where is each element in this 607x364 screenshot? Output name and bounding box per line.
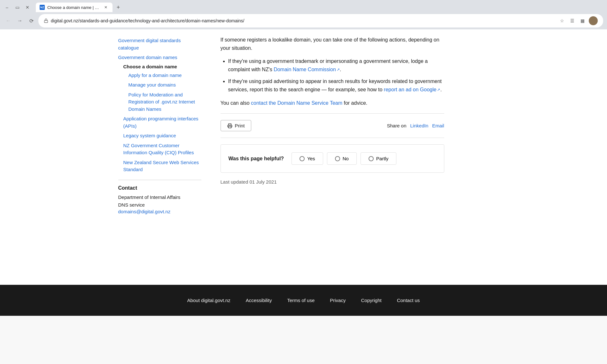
closing-paragraph: You can also contact the Domain Name Ser… xyxy=(221,99,444,107)
tab-bar: – ▭ ✕ NZ Choose a domain name | NZ D... … xyxy=(0,0,607,12)
sidebar-link-apis[interactable]: Application programming interfaces (APIs… xyxy=(123,114,201,131)
action-item-1: If they're using a government trademark … xyxy=(228,57,444,73)
feedback-box: Was this page helpful? Yes No Partly xyxy=(221,144,444,173)
sidebar-link-nzws[interactable]: New Zealand Secure Web Services Standard xyxy=(123,158,201,175)
feedback-yes-label: Yes xyxy=(307,156,315,161)
action-list: If they're using a government trademark … xyxy=(221,57,444,94)
browser-chrome: – ▭ ✕ NZ Choose a domain name | NZ D... … xyxy=(0,0,607,29)
sidebar-link-apply[interactable]: Apply for a domain name xyxy=(128,71,201,80)
intro-paragraph: If someone registers a lookalike domain,… xyxy=(221,36,444,52)
report-ad-link[interactable]: report an ad on Google↗ xyxy=(384,87,440,92)
window-minimize-btn[interactable]: – xyxy=(3,3,12,12)
back-btn[interactable]: ← xyxy=(4,16,13,25)
domain-commission-link[interactable]: Domain Name Commission↗ xyxy=(274,67,340,72)
share-label: Share on xyxy=(387,123,406,128)
sidebar-sub-sub: Apply for a domain name Manage your doma… xyxy=(123,71,201,114)
svg-rect-1 xyxy=(229,126,231,128)
footer-copyright-link[interactable]: Copyright xyxy=(361,298,381,303)
tab-close-btn[interactable]: ✕ xyxy=(103,4,109,10)
reload-btn[interactable]: ⟳ xyxy=(27,16,36,25)
footer-privacy-link[interactable]: Privacy xyxy=(330,298,346,303)
radio-no-icon xyxy=(335,156,340,161)
svg-rect-0 xyxy=(44,20,48,22)
url-bar[interactable]: digital.govt.nz/standards-and-guidance/t… xyxy=(38,14,603,27)
feedback-options: Yes No Partly xyxy=(292,152,396,165)
sidebar-contact-dept: DNS service xyxy=(118,201,201,209)
new-tab-btn[interactable]: + xyxy=(114,3,123,12)
bullet2-suffix: . xyxy=(440,87,441,92)
feedback-no-label: No xyxy=(343,156,349,161)
radio-yes-icon xyxy=(300,156,305,161)
sidebar-contact-title: Contact xyxy=(118,185,201,191)
feedback-question: Was this page helpful? xyxy=(229,156,284,162)
url-text: digital.govt.nz/standards-and-guidance/t… xyxy=(51,18,556,23)
lock-icon xyxy=(44,19,48,23)
external-link-icon-1: ↗ xyxy=(337,67,340,73)
sidebar: Government digital standards catalogue G… xyxy=(118,29,208,221)
sidebar-contact-email[interactable]: domains@digital.govt.nz xyxy=(118,209,171,214)
email-share-link[interactable]: Email xyxy=(432,123,444,128)
last-updated: Last updated 01 July 2021 xyxy=(221,179,444,185)
footer-links: About digital.govt.nz Accessibility Term… xyxy=(6,298,601,303)
footer-terms-link[interactable]: Terms of use xyxy=(287,298,315,303)
footer-about-link[interactable]: About digital.govt.nz xyxy=(187,298,230,303)
sidebar-divider xyxy=(118,180,201,180)
sidebar-link-policy[interactable]: Policy for Moderation and Registration o… xyxy=(128,90,201,114)
sidebar-link-digital-standards[interactable]: Government digital standards catalogue xyxy=(118,36,201,53)
sidebar-link-ciq[interactable]: NZ Government Customer Information Quali… xyxy=(123,141,201,158)
print-icon xyxy=(227,123,232,128)
bookmark-btn[interactable]: ☆ xyxy=(558,17,566,25)
forward-btn[interactable]: → xyxy=(15,16,24,25)
action-bar: Print Share on LinkedIn Email xyxy=(221,113,444,138)
page-wrapper: Government digital standards catalogue G… xyxy=(0,29,607,285)
window-close-btn[interactable]: ✕ xyxy=(23,3,32,12)
address-bar: ← → ⟳ digital.govt.nz/standards-and-guid… xyxy=(0,12,607,29)
main-content: If someone registers a lookalike domain,… xyxy=(208,29,451,221)
print-label: Print xyxy=(235,123,245,128)
linkedin-share-link[interactable]: LinkedIn xyxy=(410,123,428,128)
window-restore-btn[interactable]: ▭ xyxy=(13,3,22,12)
sidebar-link-domain-names[interactable]: Government domain names xyxy=(118,53,201,63)
sidebar-sub-nav: Choose a domain name Apply for a domain … xyxy=(118,63,201,175)
extensions-btn[interactable]: ☰ xyxy=(568,17,576,25)
radio-partly-icon xyxy=(369,156,374,161)
feedback-partly-btn[interactable]: Partly xyxy=(361,152,396,165)
layout: Government digital standards catalogue G… xyxy=(112,29,495,221)
tab-controls: – ▭ ✕ xyxy=(3,3,32,12)
bullet1-suffix: . xyxy=(340,67,341,72)
feedback-yes-btn[interactable]: Yes xyxy=(292,152,323,165)
tab-favicon: NZ xyxy=(40,5,45,10)
profile-avatar[interactable] xyxy=(589,16,598,25)
url-icons: ☆ ☰ ▦ xyxy=(558,16,598,25)
footer-accessibility-link[interactable]: Accessibility xyxy=(246,298,272,303)
external-link-icon-2: ↗ xyxy=(437,87,440,93)
contact-dns-link[interactable]: contact the Domain Name Service Team xyxy=(251,100,342,106)
feedback-no-btn[interactable]: No xyxy=(327,152,357,165)
sidebar-contact: Contact Department of Internal Affairs D… xyxy=(118,185,201,215)
action-item-2: If they're using paid advertising to app… xyxy=(228,77,444,94)
tab-title: Choose a domain name | NZ D... xyxy=(47,5,100,10)
sidebar-contact-org: Department of Internal Affairs xyxy=(118,193,201,201)
feedback-partly-label: Partly xyxy=(376,156,388,161)
sidebar-active-item: Choose a domain name xyxy=(123,63,201,71)
footer: About digital.govt.nz Accessibility Term… xyxy=(0,285,607,316)
sidebar-link-legacy[interactable]: Legacy system guidance xyxy=(123,131,201,141)
footer-contact-link[interactable]: Contact us xyxy=(397,298,420,303)
sidebar-panel-btn[interactable]: ▦ xyxy=(579,17,586,25)
closing-suffix: for advice. xyxy=(342,100,367,106)
active-tab[interactable]: NZ Choose a domain name | NZ D... ✕ xyxy=(36,3,113,12)
sidebar-link-manage[interactable]: Manage your domains xyxy=(128,80,201,90)
closing-prefix: You can also xyxy=(221,100,251,106)
print-button[interactable]: Print xyxy=(221,120,252,131)
share-area: Share on LinkedIn Email xyxy=(387,123,444,128)
content-body: If someone registers a lookalike domain,… xyxy=(221,36,444,107)
